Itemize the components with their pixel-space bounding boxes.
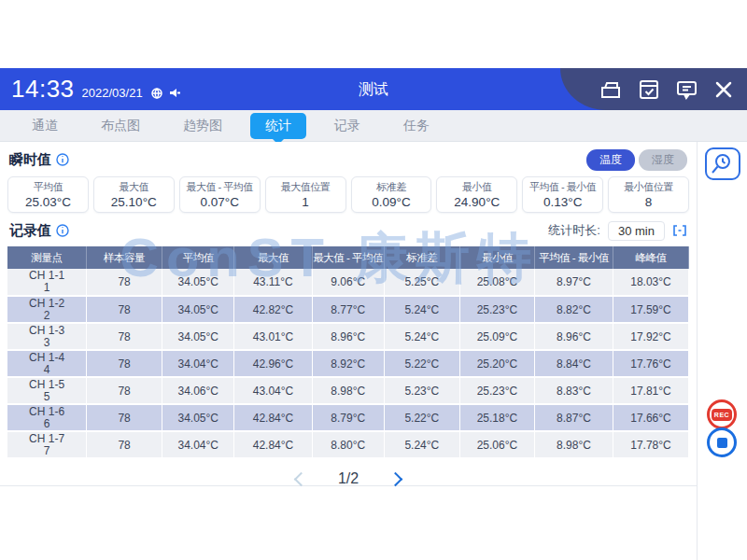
tab[interactable]: 趋势图 xyxy=(168,113,237,139)
channel-index: 3 xyxy=(7,337,86,349)
stat-card-label: 平均值 - 最小值 xyxy=(529,180,596,194)
stddev-cell: 5.24°C xyxy=(384,296,459,323)
magnifier-clock-icon[interactable] xyxy=(705,147,740,180)
stat-card: 平均值 25.03°C xyxy=(7,176,89,213)
stat-cards: 平均值 25.03°C 最大值 25.10°C 最大值 - 平均值 0.07°C… xyxy=(7,176,689,213)
table-row: CH 1-6 6 78 34.05°C 42.84°C 8.79°C 5.22°… xyxy=(7,404,689,431)
stat-card-value: 24.90°C xyxy=(454,195,500,209)
device-screen: 14:33 2022/03/21 测试 xyxy=(0,0,747,560)
table-row: CH 1-4 4 78 34.04°C 42.96°C 8.92°C 5.22°… xyxy=(7,350,689,377)
min-cell: 25.06°C xyxy=(459,431,534,458)
table-header-cell: 样本容量 xyxy=(87,246,162,269)
max-cell: 42.84°C xyxy=(234,431,312,458)
stat-card-value: 1 xyxy=(302,195,309,209)
next-page-icon[interactable] xyxy=(388,471,403,486)
channel-cell: CH 1-2 2 xyxy=(7,296,87,323)
channel-name: CH 1-5 xyxy=(29,378,64,391)
table-row: CH 1-7 7 78 34.04°C 42.84°C 8.80°C 5.24°… xyxy=(7,431,689,458)
table-row: CH 1-2 2 78 34.05°C 42.82°C 8.77°C 5.24°… xyxy=(7,296,689,323)
channel-index: 5 xyxy=(7,391,86,403)
stat-card-value: 0.07°C xyxy=(200,195,238,209)
toggle-button[interactable]: 湿度 xyxy=(639,149,687,171)
max-minus-avg-cell: 8.77°C xyxy=(312,296,384,323)
min-cell: 25.20°C xyxy=(459,350,534,377)
rec-badge: REC xyxy=(712,409,732,421)
stat-card-value: 0.09°C xyxy=(372,195,410,209)
channel-index: 7 xyxy=(7,445,86,457)
avg-cell: 34.05°C xyxy=(162,269,234,296)
clock-time: 14:33 xyxy=(11,75,75,104)
sample-size-cell: 78 xyxy=(87,296,162,323)
table-header-cell: 平均值 - 最小值 xyxy=(535,246,613,269)
avg-cell: 34.05°C xyxy=(162,296,234,323)
record-button[interactable]: REC xyxy=(707,399,737,429)
tab-label: 统计 xyxy=(265,118,291,133)
tab[interactable]: 统计 xyxy=(250,113,306,139)
stat-card-value: 0.13°C xyxy=(543,195,582,209)
max-cell: 42.96°C xyxy=(234,350,312,377)
prev-page-icon[interactable] xyxy=(294,471,309,486)
channel-index: 1 xyxy=(7,282,86,294)
stat-card-label: 标准差 xyxy=(376,180,406,194)
stat-card-value: 8 xyxy=(645,195,653,209)
avg-minus-min-cell: 8.97°C xyxy=(535,269,613,296)
peak-peak-cell: 17.78°C xyxy=(613,431,688,458)
stddev-cell: 5.25°C xyxy=(384,269,459,296)
message-icon[interactable] xyxy=(675,78,698,101)
stat-card-value: 25.10°C xyxy=(111,195,157,209)
stat-duration-label: 统计时长: xyxy=(548,222,600,239)
close-icon[interactable] xyxy=(713,79,734,100)
info-icon[interactable] xyxy=(56,224,69,237)
avg-cell: 34.05°C xyxy=(162,404,234,431)
tab-label: 布点图 xyxy=(101,118,140,133)
toggle-button[interactable]: 温度 xyxy=(586,149,635,171)
peak-peak-cell: 18.03°C xyxy=(613,269,688,296)
max-minus-avg-cell: 8.92°C xyxy=(312,350,384,377)
tab[interactable]: 记录 xyxy=(319,113,375,139)
stddev-cell: 5.24°C xyxy=(384,323,459,350)
task-check-icon[interactable] xyxy=(638,78,660,101)
avg-cell: 34.06°C xyxy=(162,377,234,404)
toggle-label: 湿度 xyxy=(652,153,674,166)
tab-label: 趋势图 xyxy=(183,118,222,133)
stat-card: 最大值位置 1 xyxy=(265,176,346,213)
channel-name: CH 1-6 xyxy=(29,405,64,418)
main-panel: 瞬时值 温度 湿度 xyxy=(0,142,697,486)
info-icon[interactable] xyxy=(56,153,69,166)
stat-card-label: 最小值 xyxy=(462,180,492,194)
channel-name: CH 1-7 xyxy=(29,432,64,445)
avg-minus-min-cell: 8.83°C xyxy=(535,377,613,404)
stat-card: 最大值 - 平均值 0.07°C xyxy=(179,176,261,213)
channel-cell: CH 1-4 4 xyxy=(7,350,87,377)
unit-toggle-group: 温度 湿度 xyxy=(586,149,687,171)
export-file-icon[interactable] xyxy=(599,78,623,101)
avg-minus-min-cell: 8.84°C xyxy=(535,350,613,377)
table-header-cell: 平均值 xyxy=(162,246,234,269)
max-minus-avg-cell: 8.80°C xyxy=(312,431,384,458)
peak-peak-cell: 17.76°C xyxy=(613,350,688,377)
stat-card: 最大值 25.10°C xyxy=(93,176,175,213)
channel-index: 6 xyxy=(7,418,86,430)
tab[interactable]: 通道 xyxy=(17,113,73,139)
sample-size-cell: 78 xyxy=(87,404,162,431)
tab-bar: 通道 布点图 趋势图 统计 记录 任务 xyxy=(0,110,747,142)
speaker-icon xyxy=(169,87,181,99)
tab[interactable]: 布点图 xyxy=(86,113,155,139)
stat-duration-value[interactable]: 30 min xyxy=(608,221,665,241)
tab[interactable]: 任务 xyxy=(388,113,444,139)
max-minus-avg-cell: 8.79°C xyxy=(312,404,384,431)
table-header-cell: 最大值 - 平均值 xyxy=(312,246,384,269)
interval-icon[interactable] xyxy=(672,224,687,237)
stat-card-label: 最大值 xyxy=(120,180,149,194)
max-cell: 43.11°C xyxy=(234,269,312,296)
stddev-cell: 5.24°C xyxy=(384,431,459,458)
min-cell: 25.09°C xyxy=(459,323,534,350)
toggle-label: 温度 xyxy=(599,153,622,166)
stop-button[interactable] xyxy=(707,427,737,457)
sample-size-cell: 78 xyxy=(87,377,162,404)
channel-index: 2 xyxy=(7,310,86,322)
max-cell: 42.82°C xyxy=(234,296,312,323)
stddev-cell: 5.22°C xyxy=(384,350,459,377)
peak-peak-cell: 17.92°C xyxy=(613,323,688,350)
stat-card: 标准差 0.09°C xyxy=(351,176,432,213)
